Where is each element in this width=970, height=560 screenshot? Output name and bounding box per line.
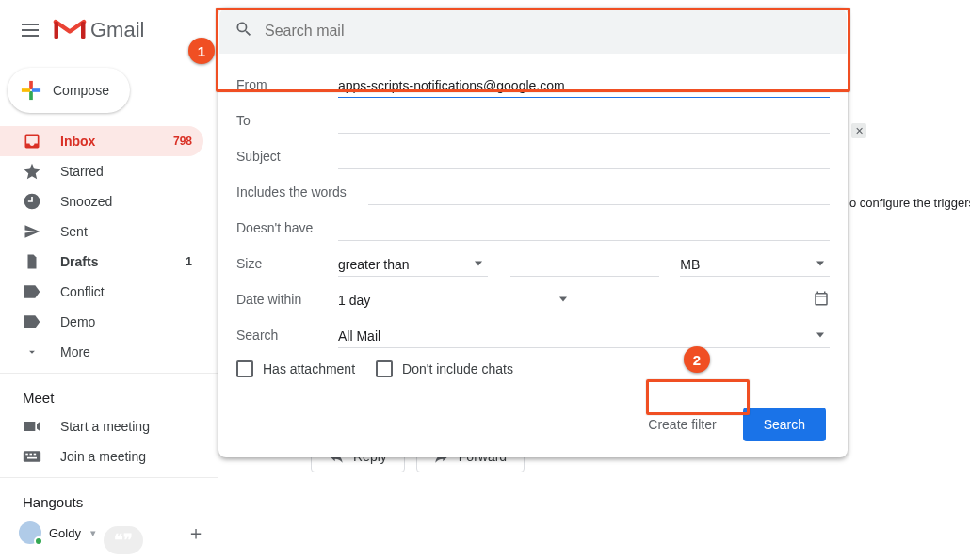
svg-rect-10 [27, 457, 37, 459]
svg-rect-1 [81, 22, 86, 39]
presence-dot-icon [34, 536, 43, 546]
date-within-label: Date within [236, 292, 338, 307]
nav-badge: 798 [173, 135, 192, 148]
calendar-icon[interactable] [813, 290, 830, 310]
nav-label: Start a meeting [60, 419, 192, 434]
exclude-chats-checkbox[interactable]: Don't include chats [376, 360, 513, 377]
includes-input[interactable] [368, 179, 830, 205]
to-label: To [236, 113, 338, 128]
excludes-input[interactable] [338, 215, 830, 241]
file-icon [23, 252, 41, 271]
nav-label: Demo [60, 314, 192, 329]
hamburger-icon [22, 29, 39, 31]
hangouts-quote-icon: ❝❞ [104, 526, 143, 554]
field-includes: Includes the words [236, 174, 830, 210]
includes-label: Includes the words [236, 184, 368, 200]
annotation-callout-1: 1 [188, 38, 215, 64]
sidebar-item-drafts[interactable]: Drafts 1 [0, 247, 203, 277]
size-value-input[interactable] [510, 250, 660, 277]
field-date-within: Date within 1 day [236, 281, 830, 317]
subject-input[interactable] [338, 143, 830, 169]
search-input[interactable] [265, 23, 832, 40]
from-value: apps-scripts-notifications@google.com [338, 78, 565, 93]
email-body-snippet: o configure the triggers fo [849, 196, 970, 210]
svg-rect-8 [30, 454, 33, 456]
compose-button[interactable]: Compose [8, 68, 130, 113]
gmail-logo[interactable]: Gmail [53, 17, 144, 43]
plus-multicolor-icon [21, 80, 41, 101]
hangouts-new-button[interactable]: ＋ [183, 520, 209, 546]
field-size: Size greater than MB [236, 246, 830, 281]
hangouts-section-title: Hangouts [0, 484, 218, 516]
search-scope-label: Search [236, 328, 338, 343]
from-input[interactable]: apps-scripts-notifications@google.com [338, 72, 830, 98]
nav-label: Inbox [60, 134, 154, 149]
gmail-m-icon [53, 17, 87, 43]
field-subject: Subject [236, 138, 830, 174]
checkbox-icon [236, 360, 253, 377]
field-search-scope: Search All Mail [236, 317, 830, 353]
sidebar-item-inbox[interactable]: Inbox 798 [0, 126, 203, 156]
label-icon [23, 284, 41, 299]
nav-label: Starred [60, 164, 192, 179]
sidebar-item-more[interactable]: More [0, 337, 203, 367]
label-icon [23, 314, 41, 329]
from-label: From [236, 77, 338, 92]
nav-label: Drafts [60, 254, 167, 269]
main-menu-button[interactable] [8, 8, 53, 53]
nav-label: More [60, 344, 192, 360]
size-unit-select[interactable]: MB [680, 250, 830, 277]
sidebar-item-snoozed[interactable]: Snoozed [0, 186, 203, 216]
checkbox-row: Has attachment Don't include chats [236, 360, 830, 377]
panel-actions: Create filter Search [236, 408, 830, 441]
size-operator-select[interactable]: greater than [338, 250, 488, 277]
svg-rect-7 [25, 454, 28, 456]
create-filter-button[interactable]: Create filter [639, 409, 725, 440]
hangouts-username: Goldy [49, 526, 81, 540]
sidebar-item-sent[interactable]: Sent [0, 216, 203, 247]
sidebar-item-conflict[interactable]: Conflict [0, 277, 203, 307]
sidebar-item-starred[interactable]: Starred [0, 156, 203, 186]
svg-rect-0 [55, 22, 59, 39]
annotation-callout-2: 2 [684, 346, 710, 373]
svg-rect-5 [32, 88, 40, 92]
search-scope-select[interactable]: All Mail [338, 322, 830, 348]
nav-label: Conflict [60, 284, 192, 299]
search-bar [219, 8, 847, 54]
nav-label: Join a meeting [60, 449, 192, 464]
to-input[interactable] [338, 107, 830, 134]
search-icon[interactable] [234, 20, 253, 42]
clock-icon [23, 192, 41, 211]
search-filter-panel: From apps-scripts-notifications@google.c… [218, 8, 848, 457]
send-icon [23, 223, 41, 240]
camera-icon [23, 420, 41, 433]
caret-down-icon: ▾ [90, 527, 96, 539]
svg-rect-2 [29, 81, 33, 89]
nav-badge: 1 [186, 255, 192, 268]
svg-rect-3 [29, 91, 33, 100]
subject-label: Subject [236, 149, 338, 164]
nav-label: Sent [60, 224, 192, 239]
gmail-wordmark: Gmail [90, 18, 144, 42]
field-excludes: Doesn't have [236, 210, 830, 246]
date-input[interactable] [595, 286, 830, 312]
svg-rect-6 [24, 451, 40, 462]
svg-rect-4 [22, 88, 30, 92]
field-from: From apps-scripts-notifications@google.c… [236, 67, 830, 103]
user-avatar [19, 521, 41, 544]
date-window-select[interactable]: 1 day [338, 286, 573, 312]
meet-join-meeting[interactable]: Join a meeting [0, 441, 203, 472]
left-sidebar: Compose Inbox 798 Starred Snoozed Sent D… [0, 60, 218, 560]
nav-label: Snoozed [60, 194, 192, 209]
field-to: To [236, 103, 830, 138]
svg-rect-9 [34, 454, 37, 456]
inbox-icon [23, 132, 41, 151]
chip-close-icon[interactable]: ✕ [851, 123, 866, 138]
has-attachment-checkbox[interactable]: Has attachment [236, 360, 355, 377]
search-button[interactable]: Search [743, 408, 826, 441]
chevron-down-icon [23, 345, 41, 359]
excludes-label: Doesn't have [236, 220, 338, 235]
keyboard-icon [23, 450, 41, 463]
meet-start-meeting[interactable]: Start a meeting [0, 411, 203, 441]
sidebar-item-demo[interactable]: Demo [0, 307, 203, 337]
